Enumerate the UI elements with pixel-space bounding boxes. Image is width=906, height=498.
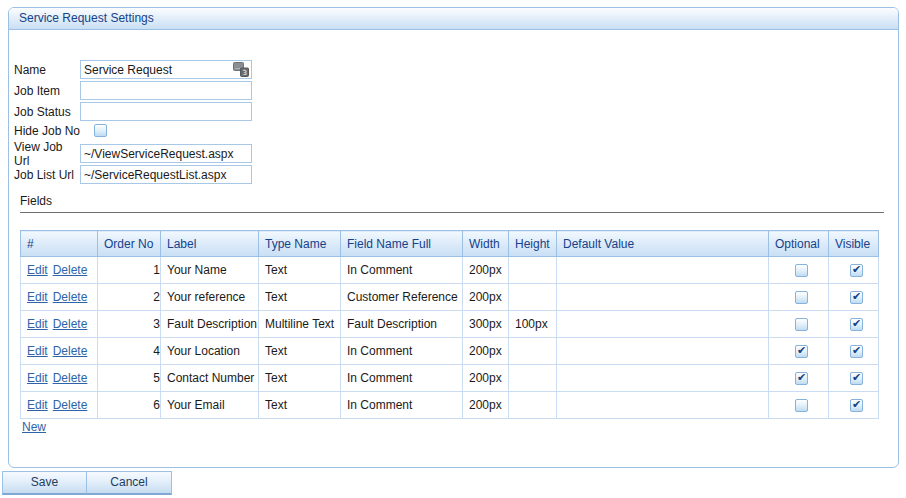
order-no-cell: 5	[98, 365, 161, 392]
field-name-cell: Customer Reference	[341, 284, 463, 311]
hide-job-no-label: Hide Job No	[14, 124, 94, 138]
col-header-width: Width	[463, 231, 509, 257]
table-row: EditDelete 3 Fault Description Multiline…	[21, 311, 879, 338]
type-name-cell: Text	[259, 365, 341, 392]
width-cell: 200px	[463, 365, 509, 392]
edit-link[interactable]: Edit	[27, 371, 48, 385]
type-name-cell: Text	[259, 338, 341, 365]
label-cell: Your Location	[161, 338, 259, 365]
delete-link[interactable]: Delete	[53, 371, 88, 385]
edit-link[interactable]: Edit	[27, 263, 48, 277]
job-status-label: Job Status	[14, 105, 80, 119]
label-cell: Your Name	[161, 257, 259, 284]
delete-link[interactable]: Delete	[53, 317, 88, 331]
save-button[interactable]: Save	[2, 471, 87, 495]
new-link[interactable]: New	[22, 420, 46, 434]
visible-checkbox[interactable]	[850, 291, 863, 304]
type-name-cell: Text	[259, 284, 341, 311]
type-name-cell: Text	[259, 392, 341, 419]
table-row: EditDelete 4 Your Location Text In Comme…	[21, 338, 879, 365]
optional-checkbox[interactable]	[795, 345, 808, 358]
field-name-cell: Fault Description	[341, 311, 463, 338]
job-list-url-label: Job List Url	[14, 168, 80, 182]
delete-link[interactable]: Delete	[53, 344, 88, 358]
name-label: Name	[14, 63, 80, 77]
width-cell: 200px	[463, 392, 509, 419]
type-name-cell: Text	[259, 257, 341, 284]
name-input[interactable]	[80, 60, 252, 79]
height-cell	[509, 257, 557, 284]
visible-checkbox[interactable]	[850, 372, 863, 385]
order-no-cell: 6	[98, 392, 161, 419]
job-status-input[interactable]	[80, 102, 252, 121]
localization-icon[interactable]: ... 3	[233, 62, 249, 77]
order-no-cell: 1	[98, 257, 161, 284]
delete-link[interactable]: Delete	[53, 263, 88, 277]
height-cell: 100px	[509, 311, 557, 338]
optional-checkbox[interactable]	[795, 399, 808, 412]
visible-checkbox[interactable]	[850, 318, 863, 331]
view-job-url-input[interactable]	[80, 144, 252, 163]
default-value-cell	[557, 338, 769, 365]
default-value-cell	[557, 365, 769, 392]
delete-link[interactable]: Delete	[53, 290, 88, 304]
delete-link[interactable]: Delete	[53, 398, 88, 412]
svg-text:...: ...	[235, 63, 241, 70]
table-row: EditDelete 2 Your reference Text Custome…	[21, 284, 879, 311]
optional-checkbox[interactable]	[795, 372, 808, 385]
default-value-cell	[557, 284, 769, 311]
optional-checkbox[interactable]	[795, 318, 808, 331]
visible-checkbox[interactable]	[850, 345, 863, 358]
edit-link[interactable]: Edit	[27, 290, 48, 304]
width-cell: 200px	[463, 284, 509, 311]
field-name-cell: In Comment	[341, 257, 463, 284]
col-header-visible: Visible	[829, 231, 879, 257]
table-row: EditDelete 5 Contact Number Text In Comm…	[21, 365, 879, 392]
visible-checkbox[interactable]	[850, 399, 863, 412]
height-cell	[509, 392, 557, 419]
label-cell: Fault Description	[161, 311, 259, 338]
job-item-input[interactable]	[80, 81, 252, 100]
height-cell	[509, 338, 557, 365]
default-value-cell	[557, 257, 769, 284]
width-cell: 300px	[463, 311, 509, 338]
table-row: EditDelete 6 Your Email Text In Comment …	[21, 392, 879, 419]
col-header-height: Height	[509, 231, 557, 257]
width-cell: 200px	[463, 257, 509, 284]
table-header-row: # Order No Label Type Name Field Name Fu…	[21, 231, 879, 257]
optional-checkbox[interactable]	[795, 291, 808, 304]
order-no-cell: 4	[98, 338, 161, 365]
width-cell: 200px	[463, 338, 509, 365]
label-cell: Contact Number	[161, 365, 259, 392]
visible-checkbox[interactable]	[850, 264, 863, 277]
panel-title: Service Request Settings	[9, 8, 898, 30]
default-value-cell	[557, 311, 769, 338]
table-row: EditDelete 1 Your Name Text In Comment 2…	[21, 257, 879, 284]
height-cell	[509, 284, 557, 311]
col-header-default-value: Default Value	[557, 231, 769, 257]
svg-text:3: 3	[243, 69, 247, 77]
edit-link[interactable]: Edit	[27, 398, 48, 412]
col-header-type-name: Type Name	[259, 231, 341, 257]
label-cell: Your Email	[161, 392, 259, 419]
label-cell: Your reference	[161, 284, 259, 311]
cancel-button[interactable]: Cancel	[87, 471, 172, 495]
job-list-url-input[interactable]	[80, 165, 252, 184]
edit-link[interactable]: Edit	[27, 344, 48, 358]
height-cell	[509, 365, 557, 392]
col-header-field-name-full: Field Name Full	[341, 231, 463, 257]
job-item-label: Job Item	[14, 84, 80, 98]
fields-table: # Order No Label Type Name Field Name Fu…	[20, 230, 879, 419]
fields-section-heading: Fields	[20, 194, 884, 213]
hide-job-no-checkbox[interactable]	[94, 124, 107, 137]
field-name-cell: In Comment	[341, 338, 463, 365]
order-no-cell: 3	[98, 311, 161, 338]
col-header-order-no: Order No	[98, 231, 161, 257]
type-name-cell: Multiline Text	[259, 311, 341, 338]
field-name-cell: In Comment	[341, 365, 463, 392]
default-value-cell	[557, 392, 769, 419]
optional-checkbox[interactable]	[795, 264, 808, 277]
field-name-cell: In Comment	[341, 392, 463, 419]
edit-link[interactable]: Edit	[27, 317, 48, 331]
col-header-optional: Optional	[769, 231, 829, 257]
